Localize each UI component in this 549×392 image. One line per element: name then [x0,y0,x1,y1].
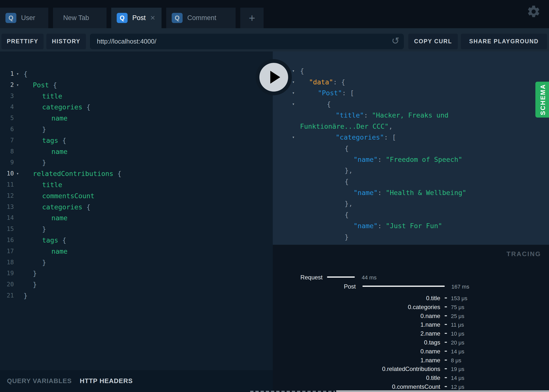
url-input[interactable] [90,38,391,45]
line-number: 9 [0,157,14,168]
trace-bar [327,276,355,278]
line-number: 20 [0,279,14,290]
line-number: 8 [0,146,14,157]
code-text: commentsCount [42,190,94,201]
response-viewer: ▾{▾"data": {▾"Post": [▾{"title": "Hacker… [273,51,549,245]
code-text: } [33,268,37,279]
fold-icon[interactable]: ▾ [292,87,295,98]
trace-duration: 8 μs [451,357,461,364]
trace-row: 0.categories75 μs [273,304,549,311]
response-line: "name": "Health & Wellbeing" [273,187,549,198]
trace-duration: 75 μs [451,304,464,311]
line-number: 3 [0,91,14,102]
code-text: } [24,290,27,301]
new-tab-button[interactable]: + [240,8,264,28]
tab-user[interactable]: QUser [0,8,48,28]
response-line: ▾{ [273,65,549,76]
response-text: { [345,143,349,154]
code-text: { [24,68,27,79]
query-badge: Q [5,13,16,23]
line-number: 16 [0,235,14,246]
code-line: 12commentsCount [0,190,273,201]
prettify-button[interactable]: PRETTIFY [1,34,44,49]
trace-bar [362,286,445,287]
response-line: { [273,143,549,154]
trace-label: Post [344,283,356,290]
code-line: 20} [0,279,273,290]
fold-icon[interactable]: ▾ [292,65,295,76]
response-text: "data": { [309,76,345,88]
code-text: } [33,279,37,290]
fold-icon[interactable]: ▾ [292,98,295,110]
trace-row: 1.name8 μs [273,357,549,364]
fold-icon[interactable]: ▾ [292,132,295,143]
code-line: 5name [0,113,273,124]
line-number: 14 [0,212,14,223]
response-text: } [345,231,349,243]
query-editor[interactable]: 1▾{2▾Post {3title4categories {5name6}7ta… [0,51,273,370]
trace-tick [445,386,447,387]
trace-duration: 44 ms [362,274,377,281]
query-badge: Q [117,13,128,23]
settings-button[interactable] [526,4,541,19]
tab-new-tab[interactable]: New Tab [53,8,107,28]
top-bar: QUserNew TabQPost✕QComment+ [0,0,549,28]
horizontal-scrollbar[interactable] [336,390,549,392]
fold-icon[interactable]: ▾ [292,76,295,88]
query-variables-tab[interactable]: QUERY VARIABLES [7,377,72,385]
response-text: "title": "Hacker, Freaks und [336,110,448,121]
line-number: 4 [0,101,14,113]
response-line: }, [273,198,549,209]
response-line: ] [273,242,549,245]
line-number: 18 [0,257,14,268]
response-line: Funktionäre...Der CCC", [273,121,549,132]
code-line: 10▾relatedContributions { [0,168,273,179]
code-text: title [42,91,62,102]
http-headers-tab[interactable]: HTTP HEADERS [80,377,133,385]
share-playground-button[interactable]: SHARE PLAYGROUND [461,34,547,49]
trace-label: 0.relatedContributions [382,366,440,372]
trace-label: 0.title [426,295,440,302]
tab-label: New Tab [63,14,89,22]
trace-label: 1.name [420,357,440,364]
line-number: 12 [0,190,14,201]
trace-duration: 19 μs [451,366,464,372]
line-number: 17 [0,246,14,257]
fold-icon[interactable]: ▾ [16,168,19,179]
trace-row: 0.relatedContributions19 μs [273,366,549,373]
trace-row: 0.name14 μs [273,348,549,355]
history-button[interactable]: HISTORY [46,34,86,49]
trace-tick [445,377,447,378]
copy-curl-button[interactable]: COPY CURL [408,34,458,49]
tab-post[interactable]: QPost✕ [111,8,162,28]
gear-icon [526,15,541,20]
trace-duration: 11 μs [451,322,464,328]
schema-tab[interactable]: SCHEMA [535,82,549,118]
trace-row: 2.name10 μs [273,330,549,338]
tab-label: Comment [187,14,216,22]
tab-close-icon[interactable]: ✕ [150,14,155,22]
fold-icon[interactable]: ▾ [16,79,19,91]
code-text: tags { [42,235,66,246]
response-text: "categories": [ [336,132,396,143]
trace-row: 0.tags20 μs [273,339,549,346]
response-text: "name": "Just For Fun" [354,220,442,231]
trace-tick [445,324,447,325]
trace-duration: 14 μs [451,375,464,381]
code-text: relatedContributions { [33,168,122,179]
code-line: 14name [0,212,273,223]
fold-icon[interactable]: ▾ [16,68,19,79]
trace-row: Post167 ms [273,283,549,291]
trace-tick [445,306,447,307]
tab-comment[interactable]: QComment [166,8,236,28]
trace-tick [445,368,447,369]
code-line: 1▾{ [0,68,273,79]
response-text: ] [336,242,340,245]
reload-icon[interactable]: ↺ [391,36,404,47]
trace-row: 0.title14 μs [273,374,549,382]
execute-button[interactable] [256,59,292,95]
trace-tick [445,333,447,334]
line-number: 6 [0,124,14,135]
trace-tick [445,342,447,343]
code-line: 18} [0,257,273,268]
